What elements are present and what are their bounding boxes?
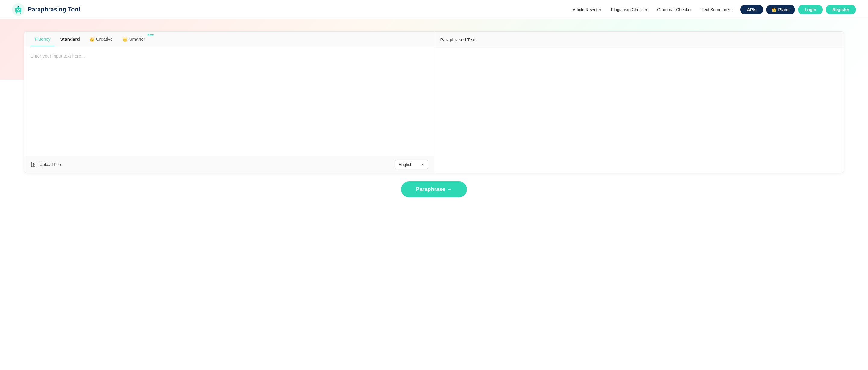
crown-icon: 👑 <box>772 7 777 12</box>
nav-links: Article Rewriter Plagiarism Checker Gram… <box>572 7 733 12</box>
tab-creative[interactable]: 👑 Creative <box>85 32 117 47</box>
tabs: Fluency Standard 👑 Creative 👑 Smarter Ne… <box>24 32 434 47</box>
language-selector[interactable]: English ∧ <box>395 160 428 169</box>
nav-text-summarizer[interactable]: Text Summarizer <box>701 7 733 12</box>
tab-standard[interactable]: Standard <box>56 32 84 47</box>
upload-file-button[interactable]: Upload File <box>30 161 61 168</box>
plans-button[interactable]: 👑 Plans <box>766 5 795 14</box>
svg-rect-4 <box>18 10 19 11</box>
output-content <box>434 48 844 173</box>
crown-smarter-icon: 👑 <box>122 37 127 41</box>
main-content: Fluency Standard 👑 Creative 👑 Smarter Ne… <box>0 19 868 215</box>
crown-creative-icon: 👑 <box>90 37 95 41</box>
nav-grammar-checker[interactable]: Grammar Checker <box>657 7 692 12</box>
navbar: Paraphrasing Tool Article Rewriter Plagi… <box>0 0 868 19</box>
output-header: Paraphrased Text <box>434 32 844 48</box>
upload-icon <box>30 161 37 168</box>
bottom-bar: Upload File English ∧ <box>24 156 434 173</box>
tab-fluency[interactable]: Fluency <box>30 32 55 47</box>
apis-button[interactable]: APIs <box>740 5 763 14</box>
chevron-up-icon: ∧ <box>421 162 424 166</box>
nav-article-rewriter[interactable]: Article Rewriter <box>572 7 601 12</box>
svg-rect-1 <box>16 7 22 12</box>
register-button[interactable]: Register <box>826 5 856 14</box>
input-textarea[interactable] <box>30 53 428 149</box>
tool-container: Fluency Standard 👑 Creative 👑 Smarter Ne… <box>24 31 844 173</box>
svg-rect-2 <box>17 9 18 10</box>
new-badge: New <box>147 33 154 37</box>
logo-text: Paraphrasing Tool <box>28 6 80 13</box>
left-panel: Fluency Standard 👑 Creative 👑 Smarter Ne… <box>24 32 434 173</box>
input-area <box>24 47 434 156</box>
svg-point-6 <box>18 6 19 7</box>
tab-smarter[interactable]: 👑 Smarter New <box>118 32 151 47</box>
nav-buttons: APIs 👑 Plans Login Register <box>740 5 856 14</box>
nav-plagiarism-checker[interactable]: Plagiarism Checker <box>611 7 647 12</box>
paraphrase-btn-container: Paraphrase → <box>24 181 844 197</box>
logo-icon <box>12 3 25 16</box>
svg-rect-3 <box>19 9 20 10</box>
login-button[interactable]: Login <box>798 5 823 14</box>
paraphrase-button[interactable]: Paraphrase → <box>401 181 467 197</box>
logo[interactable]: Paraphrasing Tool <box>12 3 80 16</box>
right-panel: Paraphrased Text <box>434 32 844 173</box>
